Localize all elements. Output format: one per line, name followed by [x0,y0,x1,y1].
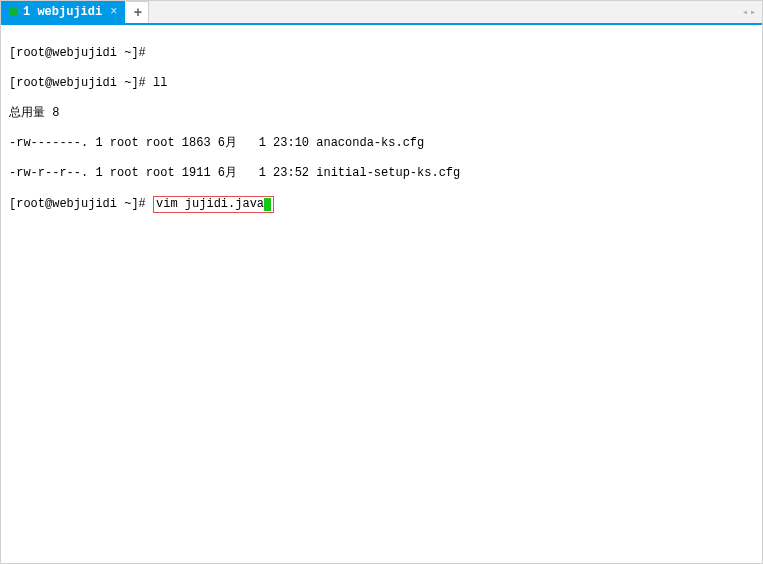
prompt-line: [root@webjujidi ~]# ll [9,76,754,91]
tab-title: 1 webjujidi [23,5,102,19]
new-tab-button[interactable]: + [127,1,149,23]
tab-bar: 1 webjujidi × + ◂ ▸ [1,1,762,25]
prompt: [root@webjujidi ~]# [9,46,146,60]
prompt-line-current: [root@webjujidi ~]# vim jujidi.java [9,196,754,213]
command-text: ll [146,76,168,90]
highlighted-command: vim jujidi.java [153,196,274,213]
output-line: 总用量 8 [9,106,754,121]
cursor-icon [264,198,271,211]
tab-active[interactable]: 1 webjujidi × [1,1,125,23]
command-text: vim jujidi.java [156,197,264,211]
nav-left-icon[interactable]: ◂ [742,6,748,18]
prompt: [root@webjujidi ~]# [9,197,146,211]
nav-right-icon[interactable]: ▸ [750,6,756,18]
tab-nav-arrows: ◂ ▸ [742,1,762,23]
status-dot-icon [9,8,17,16]
prompt-line: [root@webjujidi ~]# [9,46,754,61]
file-listing-line: -rw-------. 1 root root 1863 6月 1 23:10 … [9,136,754,151]
file-listing-line: -rw-r--r--. 1 root root 1911 6月 1 23:52 … [9,166,754,181]
terminal-output[interactable]: [root@webjujidi ~]# [root@webjujidi ~]# … [1,25,762,234]
prompt: [root@webjujidi ~]# [9,76,146,90]
close-icon[interactable]: × [108,5,119,19]
